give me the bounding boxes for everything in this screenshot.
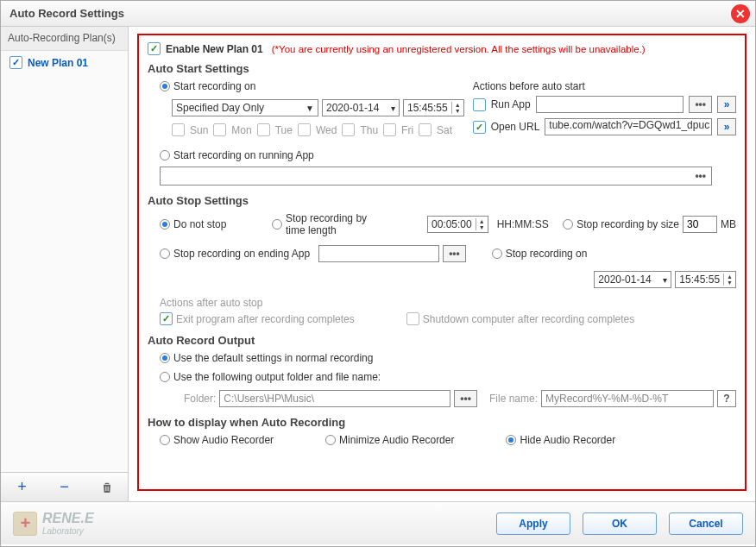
output-default-label: Use the default settings in normal recor… [173,352,373,364]
start-date-value: 2020-01-14 [326,102,379,114]
close-button[interactable]: ✕ [731,4,750,23]
display-minimize-option: Minimize Audio Recorder [325,434,454,446]
start-on-radio[interactable] [160,81,170,91]
brand-sub: Laboratory [42,526,94,536]
day-wed-checkbox[interactable] [298,123,311,136]
display-minimize-label: Minimize Audio Recorder [339,434,454,446]
day-fri-label: Fri [401,124,413,136]
runapp-checkbox[interactable] [473,98,486,111]
stop-bysize-option: Stop recording by size MB [563,216,736,233]
runapp-browse-button[interactable]: ••• [689,96,712,113]
stop-bysize-input[interactable] [683,216,717,233]
dialog-buttons: Apply OK Cancel [496,512,743,535]
openurl-go-button[interactable]: » [717,118,736,135]
stop-bytime-suffix: HH:MM:SS [497,218,549,230]
start-time-spinner[interactable]: 15:45:55 ▲▼ [403,99,464,116]
start-date-picker[interactable]: 2020-01-14 ▾ [322,99,400,116]
filename-input[interactable] [541,390,714,407]
chevron-down-icon: ▼ [306,104,314,113]
display-hide-option: Hide Audio Recorder [506,434,615,446]
stopon-radio[interactable] [492,248,502,259]
start-schedule-row: Specified Day Only ▼ 2020-01-14 ▾ 15:45:… [172,99,464,116]
spin-up-icon[interactable]: ▲ [452,102,463,108]
stopon-time-value: 15:45:55 [676,274,723,286]
day-fri-checkbox[interactable] [383,123,396,136]
schedule-mode-select[interactable]: Specified Day Only ▼ [172,99,318,116]
ellipsis-icon: ••• [695,98,706,110]
spin-down-icon[interactable]: ▼ [452,108,463,114]
stop-bytime-spinner[interactable]: 00:05:00 ▲▼ [427,216,488,233]
runapp-label: Run App [491,98,531,110]
output-title: Auto Record Output [148,334,736,347]
autostart-title: Auto Start Settings [148,62,736,75]
day-tue-label: Tue [275,124,293,136]
spin-down-icon[interactable]: ▼ [724,280,735,286]
runapp-row: Run App ••• » [473,96,736,113]
folder-browse-button[interactable]: ••• [454,390,477,407]
plus-icon: + [17,478,27,496]
output-custom-radio[interactable] [160,372,170,382]
folder-input[interactable] [219,390,450,407]
day-sun-checkbox[interactable] [172,123,185,136]
exit-option: Exit program after recording completes [160,312,355,325]
chevron-down-icon: ▾ [663,275,667,285]
stop-bysize-label: Stop recording by size [576,218,679,230]
add-plan-button[interactable]: + [11,478,34,497]
openurl-checkbox[interactable] [473,121,486,134]
remove-plan-button[interactable]: − [54,478,76,497]
stop-endapp-browse-button[interactable]: ••• [443,245,466,262]
day-sat-checkbox[interactable] [419,123,432,136]
spin-up-icon[interactable]: ▲ [724,274,735,280]
day-thu-label: Thu [360,124,378,136]
stop-endapp-label: Stop recording on ending App [173,248,310,260]
settings-frame: Enable New Plan 01 (*You are currently u… [137,34,747,491]
day-mon-checkbox[interactable] [213,123,226,136]
brand-logo: + RENE.E Laboratory [13,511,94,536]
sidebar-item-plan-1[interactable]: New Plan 01 [1,51,128,74]
filename-help-button[interactable]: ? [717,390,736,407]
output-default-radio[interactable] [160,353,170,363]
day-tue-checkbox[interactable] [257,123,270,136]
stopon-date-value: 2020-01-14 [598,274,651,286]
stop-bysize-radio[interactable] [563,219,573,229]
openurl-input[interactable]: tube.com/watch?v=DGQwd1_dpuc [545,118,712,135]
day-thu-checkbox[interactable] [342,123,355,136]
spin-up-icon[interactable]: ▲ [476,218,488,224]
stopon-option: Stop recording on [492,248,588,260]
start-on-app-radio[interactable] [160,150,170,160]
stop-endapp-input-wrap: ••• [318,245,466,262]
display-row: Show Audio Recorder Minimize Audio Recor… [148,434,736,446]
cancel-button[interactable]: Cancel [669,512,743,535]
minus-icon: − [60,478,69,496]
apply-button[interactable]: Apply [496,512,570,535]
stop-bytime-radio[interactable] [272,219,282,229]
stopon-datetime: 2020-01-14 ▾ 15:45:55 ▲▼ [594,271,736,288]
actions-before-start: Actions before auto start Run App ••• » … [473,80,736,141]
delete-plan-button[interactable] [96,478,118,497]
autostop-title: Auto Stop Settings [148,194,736,207]
plan-checkbox[interactable] [9,56,22,69]
stopon-date-picker[interactable]: 2020-01-14 ▾ [594,271,671,288]
shutdown-checkbox[interactable] [406,312,419,325]
enable-plan-checkbox[interactable] [148,42,161,55]
display-minimize-radio[interactable] [325,435,336,445]
stop-endapp-input[interactable] [318,245,439,262]
start-on-app-input[interactable]: ••• [160,167,712,185]
stopon-time-spinner[interactable]: 15:45:55 ▲▼ [675,271,736,288]
stop-endapp-radio[interactable] [160,248,170,259]
exit-checkbox[interactable] [160,312,173,325]
sidebar: Auto-Recording Plan(s) New Plan 01 + − [1,27,129,501]
day-sun-label: Sun [190,124,208,136]
runapp-input[interactable] [536,96,684,113]
display-show-radio[interactable] [160,435,170,445]
start-time-value: 15:45:55 [404,102,451,114]
stop-bytime-value: 00:05:00 [428,218,476,230]
close-icon: ✕ [735,7,746,21]
donotstop-radio[interactable] [160,219,170,229]
stop-bytime-label: Stop recording by time length [286,212,389,236]
display-hide-radio[interactable] [506,435,516,445]
runapp-go-button[interactable]: » [717,96,736,113]
spin-down-icon[interactable]: ▼ [476,224,488,230]
sidebar-toolbar: + − [1,472,128,501]
ok-button[interactable]: OK [583,512,657,535]
